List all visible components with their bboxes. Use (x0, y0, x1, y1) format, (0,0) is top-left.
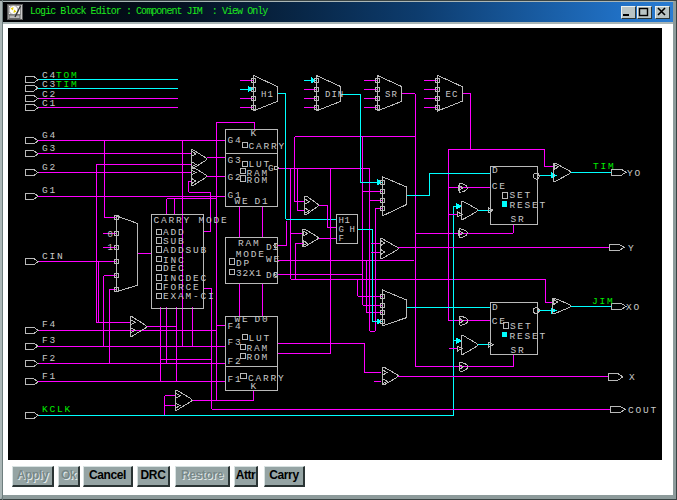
svg-text:ROM: ROM (247, 352, 270, 363)
svg-text:1: 1 (108, 243, 113, 253)
svg-text:G1: G1 (42, 185, 57, 196)
svg-text:XO: XO (626, 302, 641, 313)
svg-text:K: K (251, 381, 259, 392)
svg-text:EXAM-CI: EXAM-CI (163, 291, 216, 302)
svg-text:TIM: TIM (56, 79, 79, 90)
svg-text:Y: Y (628, 243, 636, 254)
svg-text:SR: SR (385, 90, 398, 100)
svg-text:H: H (350, 225, 356, 235)
svg-text:SR: SR (510, 345, 525, 356)
svg-text:CARRY: CARRY (249, 141, 287, 152)
svg-text:TIM: TIM (593, 161, 616, 172)
svg-text:G4: G4 (42, 130, 57, 141)
svg-text:F2: F2 (228, 356, 243, 367)
svg-text:RAM: RAM (238, 238, 261, 249)
svg-text:CE: CE (492, 181, 507, 192)
svg-text:WE: WE (235, 196, 250, 207)
svg-text:G3: G3 (228, 155, 243, 166)
svg-text:K: K (251, 128, 259, 139)
svg-text:WE: WE (266, 254, 281, 265)
svg-text:F3: F3 (42, 335, 57, 346)
svg-text:CARRY MODE: CARRY MODE (154, 215, 229, 226)
svg-text:ROM: ROM (247, 175, 270, 186)
svg-text:G3: G3 (42, 143, 57, 154)
svg-text:YO: YO (627, 168, 642, 179)
svg-text:CIN: CIN (42, 251, 65, 262)
svg-text:D: D (492, 302, 500, 313)
svg-text:EC: EC (446, 90, 459, 100)
svg-text:G4: G4 (228, 135, 243, 146)
svg-text:CE: CE (492, 316, 507, 327)
svg-text:X: X (629, 372, 637, 383)
svg-text:KCLK: KCLK (42, 404, 72, 415)
svg-text:F2: F2 (42, 353, 57, 364)
svg-text:G2: G2 (42, 162, 57, 173)
svg-text:D1: D1 (255, 196, 270, 207)
svg-text:RESET: RESET (510, 331, 548, 342)
svg-text:F1: F1 (42, 371, 57, 382)
svg-text:H1: H1 (261, 90, 274, 100)
svg-text:0: 0 (108, 230, 113, 240)
svg-text:D0: D0 (255, 314, 270, 325)
svg-text:C1: C1 (42, 98, 57, 109)
svg-text:F: F (339, 234, 345, 244)
svg-text:SR: SR (510, 214, 525, 225)
svg-text:F4: F4 (228, 321, 243, 332)
svg-text:D0: D0 (266, 270, 279, 281)
svg-text:32X1: 32X1 (236, 268, 262, 279)
svg-text:F4: F4 (42, 319, 57, 330)
svg-text:COUT: COUT (628, 405, 658, 416)
svg-text:D: D (492, 165, 500, 176)
svg-text:DIN: DIN (325, 90, 344, 100)
svg-text:JIM: JIM (592, 296, 615, 307)
svg-text:RESET: RESET (510, 200, 548, 211)
